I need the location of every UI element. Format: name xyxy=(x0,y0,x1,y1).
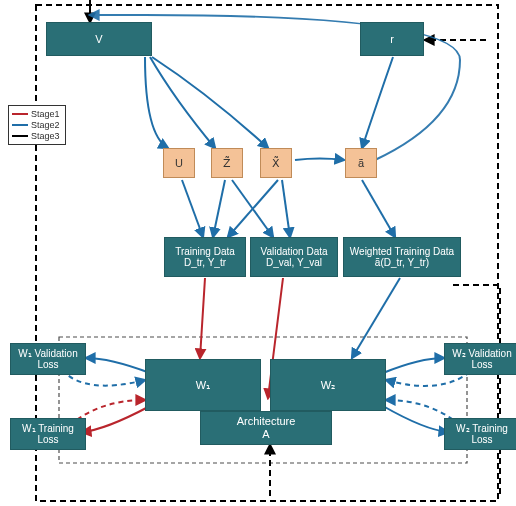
block-w1-train-loss: W₁ Training Loss xyxy=(10,418,86,450)
block-training-data: Training Data D_tr, Y_tr xyxy=(164,237,246,277)
label-w1-train-loss: W₁ Training Loss xyxy=(15,423,81,446)
block-W1: W₁ xyxy=(145,359,261,411)
legend-stage1: Stage1 xyxy=(12,109,62,119)
label-U: U xyxy=(175,157,183,170)
label-W2: W₂ xyxy=(321,379,335,392)
swatch-stage3 xyxy=(12,135,28,137)
block-Xtilde: X̃ xyxy=(260,148,292,178)
legend-stage1-label: Stage1 xyxy=(31,109,60,119)
block-weighted-training-data: Weighted Training Data ã(D_tr, Y_tr) xyxy=(343,237,461,277)
label-architecture-A: Architecture A xyxy=(237,415,296,440)
block-U: U xyxy=(163,148,195,178)
label-Xtilde: X̃ xyxy=(272,157,280,170)
block-atilde: ã xyxy=(345,148,377,178)
label-atilde: ã xyxy=(358,157,364,170)
legend-stage2: Stage2 xyxy=(12,120,62,130)
label-Ztilde: Z̃ xyxy=(223,157,231,170)
block-w2-train-loss: W₂ Training Loss xyxy=(444,418,516,450)
block-architecture-A: Architecture A xyxy=(200,411,332,445)
label-W1: W₁ xyxy=(196,379,210,392)
swatch-stage2 xyxy=(12,124,28,126)
label-training-data: Training Data D_tr, Y_tr xyxy=(175,246,235,269)
legend: Stage1 Stage2 Stage3 xyxy=(8,105,66,145)
label-w2-val-loss: W₂ Validation Loss xyxy=(449,348,515,371)
label-w1-val-loss: W₁ Validation Loss xyxy=(15,348,81,371)
block-W2: W₂ xyxy=(270,359,386,411)
legend-stage3: Stage3 xyxy=(12,131,62,141)
legend-stage2-label: Stage2 xyxy=(31,120,60,130)
label-weighted-training-data: Weighted Training Data ã(D_tr, Y_tr) xyxy=(350,246,454,269)
block-r: r xyxy=(360,22,424,56)
label-w2-train-loss: W₂ Training Loss xyxy=(449,423,515,446)
block-V: V xyxy=(46,22,152,56)
block-w1-val-loss: W₁ Validation Loss xyxy=(10,343,86,375)
block-Ztilde: Z̃ xyxy=(211,148,243,178)
label-validation-data: Validation Data D_val, Y_val xyxy=(260,246,327,269)
label-r: r xyxy=(390,33,394,46)
swatch-stage1 xyxy=(12,113,28,115)
block-validation-data: Validation Data D_val, Y_val xyxy=(250,237,338,277)
legend-stage3-label: Stage3 xyxy=(31,131,60,141)
block-w2-val-loss: W₂ Validation Loss xyxy=(444,343,516,375)
label-V: V xyxy=(95,33,102,46)
